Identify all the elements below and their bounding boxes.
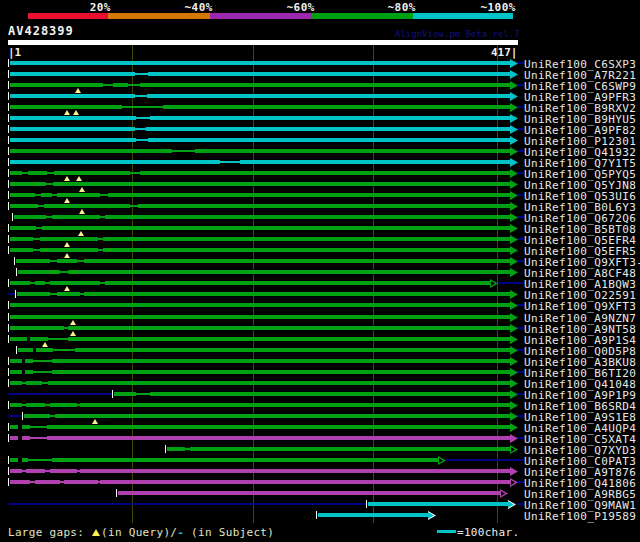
scale-start-label: |1 xyxy=(8,46,21,59)
hsp-segment xyxy=(10,281,30,285)
alignment-arrowhead-icon xyxy=(510,412,518,421)
hsp-segment xyxy=(138,204,510,208)
gap-connector-line xyxy=(100,194,108,196)
alignment-arrowhead-icon xyxy=(510,390,518,399)
hsp-segment xyxy=(22,436,30,440)
hsp-segment xyxy=(40,248,98,252)
query-gap-triangle-icon xyxy=(73,110,79,115)
hsp-segment xyxy=(22,458,28,462)
gap-connector-line xyxy=(77,260,84,262)
query-gap-triangle-icon xyxy=(42,342,48,347)
alignment-arrowhead-icon xyxy=(508,500,516,509)
start-tick xyxy=(8,467,9,475)
alignment-arrowhead-icon xyxy=(510,335,518,344)
gap-connector-line xyxy=(30,426,47,428)
hsp-segment xyxy=(10,326,64,330)
hsp-segment xyxy=(10,403,22,407)
alignment-arrowhead-icon xyxy=(510,357,518,366)
alignment-arrowhead-icon xyxy=(510,103,518,112)
start-tick xyxy=(8,478,9,486)
start-tick xyxy=(8,224,9,232)
hsp-segment xyxy=(10,480,30,484)
gap-connector-line xyxy=(30,437,47,439)
hsp-segment xyxy=(140,171,510,175)
hsp-segment xyxy=(148,138,510,142)
alignment-arrowhead-icon xyxy=(510,180,518,189)
subject-overhang-line xyxy=(517,304,524,306)
subject-overhang-line xyxy=(8,293,15,295)
hsp-segment xyxy=(75,348,510,352)
scale-end-label: 417| xyxy=(491,46,518,59)
large-gaps-legend: Large gaps: (in Query)/- (in Subject) xyxy=(8,526,274,539)
hsp-segment xyxy=(52,359,510,363)
hsp-segment xyxy=(10,303,510,307)
hsp-segment xyxy=(10,171,22,175)
start-tick xyxy=(8,313,9,321)
gap-connector-line xyxy=(48,338,68,340)
query-gap-triangle-icon xyxy=(64,176,70,181)
hsp-segment xyxy=(10,160,220,164)
hsp-segment xyxy=(40,237,98,241)
hsp-segment xyxy=(368,502,508,506)
arrowhead-hollow-core xyxy=(501,491,505,496)
hsp-segment xyxy=(53,182,510,186)
gap-connector-line xyxy=(47,172,54,174)
alignment-arrowhead-icon xyxy=(510,268,518,277)
gap-connector-line xyxy=(33,360,52,362)
alignment-arrowhead-icon xyxy=(510,235,518,244)
start-tick xyxy=(112,390,113,398)
hsp-segment xyxy=(26,469,45,473)
gap-connector-line xyxy=(122,106,163,108)
hsp-segment xyxy=(10,116,136,120)
query-gap-triangle-icon xyxy=(75,88,81,93)
start-tick xyxy=(366,500,367,508)
hsp-segment xyxy=(195,149,510,153)
query-gap-triangle-icon xyxy=(76,176,82,181)
query-gap-triangle-icon xyxy=(64,286,70,291)
gap-connector-line xyxy=(33,249,40,251)
start-tick xyxy=(8,434,9,442)
hsp-segment xyxy=(150,116,510,120)
alignment-arrowhead-icon xyxy=(510,290,518,299)
hit-label[interactable]: UniRef100_P19589 xyxy=(524,510,636,523)
hsp-segment xyxy=(26,381,42,385)
hsp-segment xyxy=(10,237,33,241)
alignment-arrowhead-icon xyxy=(510,379,518,388)
hsp-segment xyxy=(105,215,510,219)
alignment-arrowhead-icon xyxy=(510,467,518,476)
hsp-segment xyxy=(10,248,33,252)
subject-overhang-line xyxy=(517,106,524,108)
query-gap-triangle-icon xyxy=(64,198,70,203)
query-gap-triangle-icon xyxy=(79,209,85,214)
hsp-segment xyxy=(10,149,172,153)
start-tick xyxy=(8,456,9,464)
arrowhead-hollow-core xyxy=(439,458,443,463)
identity-key-label: ~80% xyxy=(388,1,417,14)
alignment-arrowhead-icon xyxy=(510,368,518,377)
hsp-segment xyxy=(84,292,510,296)
gap-triangle-icon xyxy=(92,529,100,536)
alignment-arrowhead-icon xyxy=(510,257,518,266)
start-tick xyxy=(8,180,9,188)
gap-connector-line xyxy=(53,349,75,351)
gap-connector-line xyxy=(128,84,140,86)
identity-key-label: ~60% xyxy=(287,1,316,14)
gap-connector-line xyxy=(220,161,240,163)
start-tick xyxy=(8,301,9,309)
hsp-segment xyxy=(28,171,47,175)
hsp-segment xyxy=(10,469,22,473)
query-gap-triangle-icon xyxy=(64,110,70,115)
hsp-segment xyxy=(10,436,18,440)
hsp-segment xyxy=(240,160,510,164)
subject-overhang-line xyxy=(517,260,524,262)
gap-connector-line xyxy=(172,150,195,152)
subject-overhang-line xyxy=(517,216,524,218)
arrowhead-fill xyxy=(428,512,434,519)
gap-connector-line xyxy=(136,139,148,141)
hsp-segment xyxy=(10,425,18,429)
start-tick xyxy=(8,81,9,89)
hsp-segment xyxy=(10,370,22,374)
hsp-segment xyxy=(150,392,510,396)
start-tick xyxy=(8,70,9,78)
query-title: AV428399 xyxy=(8,24,74,38)
